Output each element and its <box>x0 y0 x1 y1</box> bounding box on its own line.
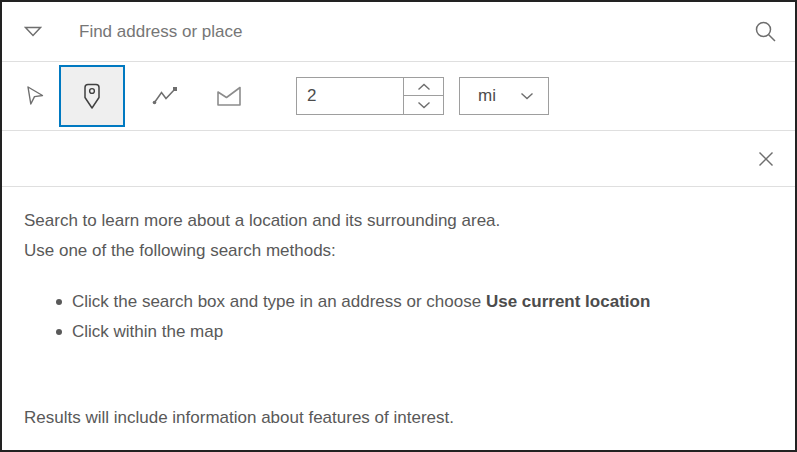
map-pin-icon <box>83 83 101 110</box>
chevron-down-icon <box>417 101 431 109</box>
search-sources-dropdown-button[interactable] <box>2 2 48 61</box>
bullet-icon <box>56 299 62 305</box>
magnifier-icon <box>754 20 777 43</box>
caret-down-icon <box>24 26 42 37</box>
close-panel-button[interactable] <box>744 131 788 186</box>
bullet-icon <box>56 329 62 335</box>
panel-header-row <box>2 131 795 187</box>
units-dropdown[interactable]: mi <box>459 77 549 115</box>
draw-toolbar: mi <box>2 62 795 131</box>
list-item-text: Click within the map <box>72 322 223 341</box>
close-icon <box>758 151 774 167</box>
draw-polyline-tool-button[interactable] <box>141 65 189 127</box>
buffer-distance-input[interactable] <box>297 78 403 114</box>
chevron-up-icon <box>417 83 431 91</box>
intro-line-2: Use one of the following search methods: <box>24 236 773 266</box>
units-dropdown-value: mi <box>478 86 520 106</box>
stepper-increment-button[interactable] <box>404 78 443 96</box>
search-input[interactable] <box>79 22 735 42</box>
stepper-spinner <box>403 78 443 114</box>
list-item-bold-text: Use current location <box>486 292 650 311</box>
results-note: Results will include information about f… <box>24 403 773 433</box>
polygon-icon <box>216 85 242 107</box>
list-item: Click within the map <box>24 317 773 347</box>
buffer-distance-stepper <box>296 77 444 115</box>
draw-polygon-tool-button[interactable] <box>205 65 253 127</box>
polyline-icon <box>152 86 178 106</box>
search-panel-window: mi Search to learn more about a location… <box>0 0 797 452</box>
cursor-icon <box>25 85 45 107</box>
search-methods-list: Click the search box and type in an addr… <box>24 287 773 347</box>
list-item-text: Click the search box and type in an addr… <box>72 292 486 311</box>
list-item: Click the search box and type in an addr… <box>24 287 773 317</box>
stepper-decrement-button[interactable] <box>404 96 443 114</box>
search-submit-button[interactable] <box>735 2 795 61</box>
search-bar <box>2 2 795 62</box>
draw-pin-tool-button[interactable] <box>59 65 125 127</box>
instructions-panel: Search to learn more about a location an… <box>2 187 795 450</box>
intro-line-1: Search to learn more about a location an… <box>24 206 773 236</box>
chevron-down-icon <box>520 92 534 100</box>
select-pointer-tool-button[interactable] <box>11 65 59 127</box>
